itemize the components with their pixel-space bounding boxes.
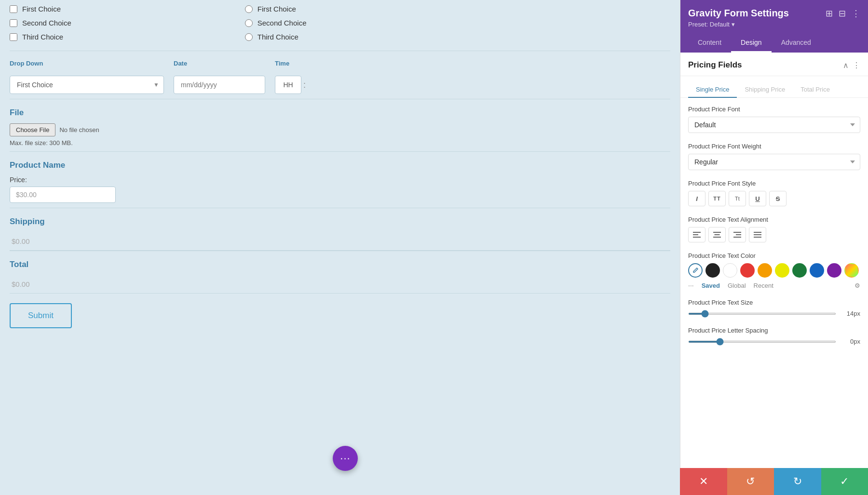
svg-rect-5 bbox=[713, 237, 721, 238]
product-name-section: Product Name Price: bbox=[10, 152, 670, 208]
product-price-font-weight-select[interactable]: Regular Bold Light bbox=[688, 154, 860, 170]
price-input[interactable] bbox=[10, 187, 116, 203]
color-green-swatch[interactable] bbox=[792, 263, 807, 278]
checkbox-3[interactable] bbox=[10, 33, 17, 41]
panel-icon-columns[interactable]: ⊟ bbox=[839, 8, 846, 19]
pricing-collapse-icon[interactable]: ∧ bbox=[843, 61, 849, 70]
time-hours-input[interactable] bbox=[275, 76, 301, 94]
submit-button[interactable]: Submit bbox=[10, 303, 72, 328]
dropdown-select[interactable]: First Choice Second Choice Third Choice bbox=[10, 76, 164, 94]
underline-btn[interactable]: U bbox=[749, 191, 766, 206]
color-global-tab[interactable]: Global bbox=[728, 282, 746, 289]
product-price-spacing-group: Product Price Letter Spacing 0px bbox=[688, 327, 860, 345]
color-orange-swatch[interactable] bbox=[758, 263, 772, 278]
panel-body: Pricing Fields ∧ ⋮ Single Price Shipping… bbox=[680, 53, 868, 495]
product-price-font-weight-group: Product Price Font Weight Regular Bold L… bbox=[688, 143, 860, 170]
spacing-slider-row: 0px bbox=[688, 338, 860, 345]
panel-preset[interactable]: Preset: Default ▾ bbox=[688, 21, 860, 28]
italic-btn[interactable]: I bbox=[688, 191, 705, 206]
checkbox-1[interactable] bbox=[10, 5, 17, 13]
cancel-button[interactable]: ✕ bbox=[680, 468, 727, 495]
align-right-btn[interactable] bbox=[729, 227, 746, 242]
strikethrough-btn[interactable]: S bbox=[769, 191, 787, 206]
undo-button[interactable]: ↺ bbox=[727, 468, 774, 495]
svg-rect-1 bbox=[693, 234, 698, 235]
sub-tab-single-price[interactable]: Single Price bbox=[688, 82, 737, 98]
pricing-sub-tabs: Single Price Shipping Price Total Price bbox=[680, 76, 868, 98]
sub-tab-total-price: Total Price bbox=[793, 82, 838, 98]
tab-content[interactable]: Content bbox=[688, 34, 731, 53]
capitalize-btn[interactable]: Tt bbox=[729, 191, 746, 206]
date-group: Date bbox=[174, 60, 265, 94]
pricing-fields-header: Pricing Fields ∧ ⋮ bbox=[680, 53, 868, 76]
choose-file-button[interactable]: Choose File bbox=[10, 123, 55, 136]
color-white-swatch[interactable] bbox=[723, 263, 737, 278]
product-price-font-select[interactable]: Default Arial Georgia bbox=[688, 117, 860, 133]
checkbox-label-2: Second Choice bbox=[22, 19, 71, 27]
checkbox-2[interactable] bbox=[10, 19, 17, 27]
color-gear-icon[interactable]: ⚙ bbox=[854, 282, 860, 289]
right-panel: Gravity Form Settings ⊞ ⊟ ⋮ Preset: Defa… bbox=[680, 0, 868, 495]
spacing-slider[interactable] bbox=[688, 341, 836, 343]
color-pen-swatch[interactable] bbox=[688, 263, 703, 278]
radio-3[interactable] bbox=[245, 33, 253, 41]
redo-button[interactable]: ↻ bbox=[774, 468, 821, 495]
checkbox-label-1: First Choice bbox=[22, 5, 61, 13]
product-price-alignment-group: Product Price Text Alignment bbox=[688, 216, 860, 242]
panel-icon-more[interactable]: ⋮ bbox=[852, 8, 860, 19]
color-rainbow-swatch[interactable] bbox=[844, 263, 859, 278]
choices-row: First Choice Second Choice Third Choice … bbox=[10, 0, 670, 51]
dropdown-label: Drop Down bbox=[10, 60, 164, 67]
tab-advanced[interactable]: Advanced bbox=[772, 34, 821, 53]
color-saved-tab[interactable]: Saved bbox=[702, 282, 720, 289]
uppercase-btn[interactable]: TT bbox=[708, 191, 726, 206]
svg-rect-8 bbox=[733, 237, 741, 238]
submit-section: Submit bbox=[10, 294, 670, 338]
align-buttons bbox=[688, 227, 860, 242]
align-center-btn[interactable] bbox=[708, 227, 726, 242]
color-red-swatch[interactable] bbox=[740, 263, 755, 278]
pricing-fields-title: Pricing Fields bbox=[688, 60, 742, 70]
time-group: Time : bbox=[275, 60, 307, 94]
price-label: Price: bbox=[10, 176, 670, 184]
confirm-icon: ✓ bbox=[840, 475, 849, 488]
panel-icon-grid[interactable]: ⊞ bbox=[826, 8, 833, 19]
dropdown-date-section: Drop Down First Choice Second Choice Thi… bbox=[10, 51, 670, 99]
radio-1[interactable] bbox=[245, 5, 253, 13]
checkbox-item-2: Second Choice bbox=[10, 19, 71, 27]
size-slider[interactable] bbox=[688, 313, 836, 315]
radio-item-2: Second Choice bbox=[245, 19, 307, 27]
total-section: Total $0.00 bbox=[10, 251, 670, 293]
tab-design[interactable]: Design bbox=[731, 34, 772, 53]
shipping-amount: $0.00 bbox=[10, 232, 670, 245]
panel-tabs: Content Design Advanced bbox=[688, 34, 860, 53]
bottom-action-bar: ✕ ↺ ↻ ✓ bbox=[680, 468, 868, 495]
product-price-size-group: Product Price Text Size 14px bbox=[688, 299, 860, 317]
radio-label-2: Second Choice bbox=[258, 19, 307, 27]
align-justify-btn[interactable] bbox=[749, 227, 766, 242]
date-input[interactable] bbox=[174, 76, 265, 94]
confirm-button[interactable]: ✓ bbox=[821, 468, 868, 495]
svg-rect-2 bbox=[693, 237, 701, 238]
product-price-color-group: Product Price Text Color bbox=[688, 252, 860, 289]
radio-item-3: Third Choice bbox=[245, 33, 307, 41]
panel-header: Gravity Form Settings ⊞ ⊟ ⋮ Preset: Defa… bbox=[680, 0, 868, 53]
align-left-btn[interactable] bbox=[688, 227, 705, 242]
file-section: File Choose File No file chosen Max. fil… bbox=[10, 99, 670, 151]
color-recent-tab[interactable]: Recent bbox=[754, 282, 773, 289]
checkbox-item-3: Third Choice bbox=[10, 33, 71, 41]
radio-label-1: First Choice bbox=[258, 5, 296, 13]
total-label: Total bbox=[10, 260, 670, 269]
color-dots-tab[interactable]: ··· bbox=[688, 281, 694, 289]
floating-action-button[interactable]: ··· bbox=[333, 446, 358, 471]
color-black-swatch[interactable] bbox=[705, 263, 720, 278]
radio-2[interactable] bbox=[245, 19, 253, 27]
product-price-font-style-group: Product Price Font Style I TT Tt U S bbox=[688, 180, 860, 206]
sub-tab-shipping-price: Shipping Price bbox=[737, 82, 793, 98]
color-purple-swatch[interactable] bbox=[827, 263, 841, 278]
no-file-text: No file chosen bbox=[59, 126, 99, 134]
radio-label-3: Third Choice bbox=[258, 33, 298, 41]
color-yellow-swatch[interactable] bbox=[775, 263, 789, 278]
pricing-more-icon[interactable]: ⋮ bbox=[853, 61, 860, 70]
color-blue-swatch[interactable] bbox=[810, 263, 824, 278]
